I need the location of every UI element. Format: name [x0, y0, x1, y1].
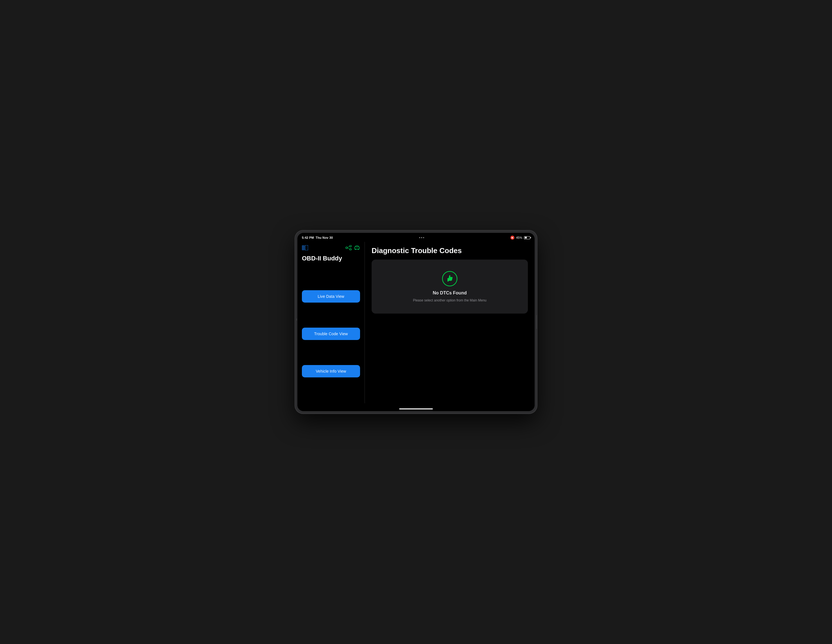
car-icon — [354, 245, 360, 250]
status-bar: 5:42 PM Thu Nov 30 45% — [298, 233, 534, 242]
tablet-frame: 5:42 PM Thu Nov 30 45% — [295, 231, 537, 413]
record-dot — [510, 235, 514, 240]
svg-line-6 — [347, 248, 350, 249]
tablet-screen: 5:42 PM Thu Nov 30 45% — [298, 233, 534, 411]
app-content: OBD-II Buddy Live Data View Trouble Code… — [298, 242, 534, 403]
vehicle-info-view-button[interactable]: Vehicle Info View — [302, 365, 360, 377]
battery-body — [524, 236, 530, 239]
sidebar-top — [298, 244, 365, 254]
svg-rect-1 — [305, 245, 308, 250]
trouble-code-view-button[interactable]: Trouble Code View — [302, 328, 360, 340]
left-dot — [296, 318, 297, 320]
svg-point-3 — [350, 245, 351, 247]
side-button — [536, 315, 537, 329]
live-data-view-button[interactable]: Live Data View — [302, 290, 360, 303]
status-time: 5:42 PM — [302, 236, 314, 239]
svg-point-9 — [358, 248, 359, 250]
dtc-card: No DTCs Found Please select another opti… — [371, 260, 528, 314]
main-content: Diagnostic Trouble Codes No DTCs Found P… — [365, 242, 534, 403]
thumbs-up-icon — [442, 271, 458, 287]
no-dtc-subtitle: Please select another option from the Ma… — [413, 298, 486, 302]
network-share-icon — [346, 245, 352, 250]
svg-line-5 — [347, 246, 350, 247]
battery-percent: 45% — [516, 236, 522, 239]
status-date: Thu Nov 30 — [316, 236, 333, 239]
svg-point-4 — [350, 248, 351, 250]
app-title: OBD-II Buddy — [298, 254, 365, 267]
home-bar — [399, 409, 433, 410]
main-title: Diagnostic Trouble Codes — [371, 246, 528, 255]
svg-rect-0 — [302, 245, 304, 250]
status-right: 45% — [510, 235, 530, 240]
home-indicator — [298, 403, 534, 411]
svg-point-2 — [346, 247, 347, 248]
sidebar-nav: Live Data View Trouble Code View Vehicle… — [298, 267, 365, 401]
sidebar-top-icons — [346, 245, 360, 250]
network-icon — [419, 237, 424, 238]
svg-point-8 — [355, 248, 356, 250]
no-dtc-title: No DTCs Found — [433, 290, 467, 296]
record-dot-inner — [512, 237, 513, 239]
battery-fill — [525, 237, 527, 239]
sidebar-toggle-icon[interactable] — [302, 245, 308, 250]
sidebar: OBD-II Buddy Live Data View Trouble Code… — [298, 242, 365, 403]
